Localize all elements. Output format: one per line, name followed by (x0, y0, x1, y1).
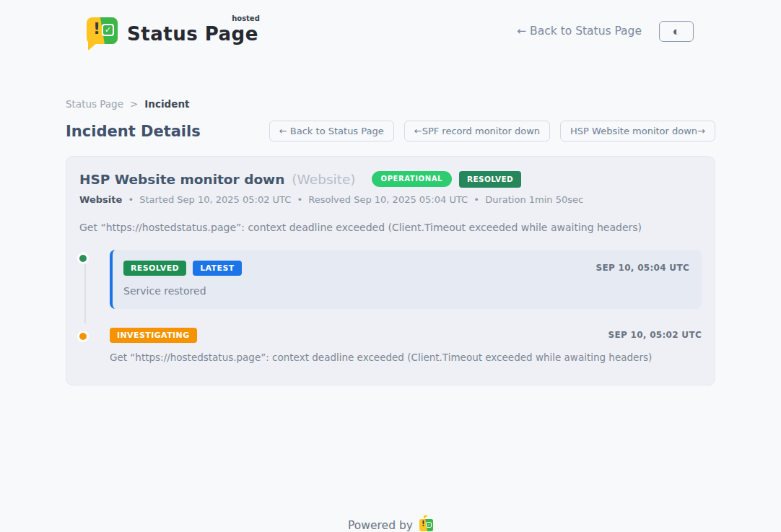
page-title: Incident Details (66, 123, 201, 140)
main-content: Status Page > Incident Incident Details … (66, 98, 715, 532)
header: ! ✓ Status Page hosted ← Back to Status … (0, 0, 781, 52)
meta-bullet: • (297, 194, 303, 205)
next-incident-button[interactable]: HSP Website monitor down→ (560, 121, 715, 141)
breadcrumb-status-page[interactable]: Status Page (66, 98, 123, 110)
timeline-dot-green (77, 253, 89, 264)
incident-nav-buttons: ← Back to Status Page ←SPF record monito… (269, 121, 715, 141)
meta-bullet: • (128, 194, 134, 205)
breadcrumb: Status Page > Incident (66, 98, 715, 110)
title-row: Incident Details ← Back to Status Page ←… (66, 121, 715, 141)
meta-started: Started Sep 10, 2025 05:02 UTC (139, 194, 291, 205)
operational-status-badge: OPERATIONAL (372, 171, 452, 187)
prev-incident-button[interactable]: ←SPF record monitor down (404, 121, 550, 141)
timeline-dot-orange (77, 331, 89, 342)
exclamation-icon: ! (422, 520, 425, 528)
footer-logo-icon[interactable]: ! ✓ (419, 519, 433, 531)
timeline-entry-investigating: INVESTIGATING SEP 10, 05:02 UTC Get “htt… (79, 328, 702, 363)
resolved-badge: RESOLVED (123, 261, 186, 276)
incident-description: Get “https://hostedstatus.page”: context… (79, 222, 702, 233)
powered-by-label: Powered by (348, 519, 413, 532)
breadcrumb-separator: > (130, 98, 138, 110)
check-icon: ✓ (426, 522, 432, 528)
timeline-message: Get “https://hostedstatus.page”: context… (110, 352, 702, 363)
timeline-timestamp: SEP 10, 05:02 UTC (608, 330, 702, 340)
incident-component: (Website) (292, 172, 355, 187)
logo-text: Status Page hosted (127, 17, 258, 45)
latest-badge: LATEST (193, 261, 242, 276)
meta-bullet: • (474, 194, 479, 205)
resolved-status-badge: RESOLVED (459, 171, 521, 188)
timeline-update-box: RESOLVED LATEST SEP 10, 05:04 UTC Servic… (110, 250, 702, 309)
hosted-tag: hosted (232, 14, 260, 22)
logo-bubble-tail (88, 43, 97, 51)
back-to-status-page-button[interactable]: ← Back to Status Page (269, 121, 394, 141)
meta-resolved: Resolved Sep 10, 2025 05:04 UTC (308, 194, 468, 205)
timeline-message: Service restored (123, 285, 689, 297)
logo-bubble: ! ✓ (419, 519, 433, 531)
logo-bubble: ! ✓ (87, 17, 118, 44)
contrast-icon: ◐ (673, 25, 680, 38)
header-actions: ← Back to Status Page ◐ (517, 21, 694, 42)
timeline-badges: RESOLVED LATEST (123, 261, 242, 276)
incident-card: HSP Website monitor down (Website) OPERA… (66, 156, 715, 385)
footer: Powered by ! ✓ © 2025-10-08 14:10:34.772… (66, 519, 715, 532)
timeline-timestamp: SEP 10, 05:04 UTC (596, 263, 689, 273)
incident-title: HSP Website monitor down (79, 172, 284, 187)
check-icon: ✓ (102, 24, 114, 36)
theme-toggle-button[interactable]: ◐ (659, 21, 694, 42)
timeline-badges-row: RESOLVED LATEST SEP 10, 05:04 UTC (123, 261, 689, 276)
incident-title-row: HSP Website monitor down (Website) OPERA… (79, 171, 702, 188)
status-page-logo-icon: ! ✓ (87, 17, 118, 44)
breadcrumb-incident: Incident (144, 98, 189, 110)
brand-name: Status Page (127, 23, 258, 45)
timeline-badges-row: INVESTIGATING SEP 10, 05:02 UTC (110, 328, 702, 343)
header-back-link[interactable]: ← Back to Status Page (517, 25, 642, 38)
meta-component: Website (79, 194, 122, 205)
powered-by: Powered by ! ✓ (66, 519, 715, 532)
timeline-entry-resolved: RESOLVED LATEST SEP 10, 05:04 UTC Servic… (79, 250, 702, 309)
incident-meta: Website • Started Sep 10, 2025 05:02 UTC… (79, 194, 702, 205)
brand-logo[interactable]: ! ✓ Status Page hosted (87, 17, 258, 45)
investigating-badge: INVESTIGATING (110, 328, 197, 343)
exclamation-icon: ! (93, 21, 100, 37)
meta-duration: Duration 1min 50sec (485, 194, 583, 205)
incident-timeline: RESOLVED LATEST SEP 10, 05:04 UTC Servic… (79, 250, 702, 363)
